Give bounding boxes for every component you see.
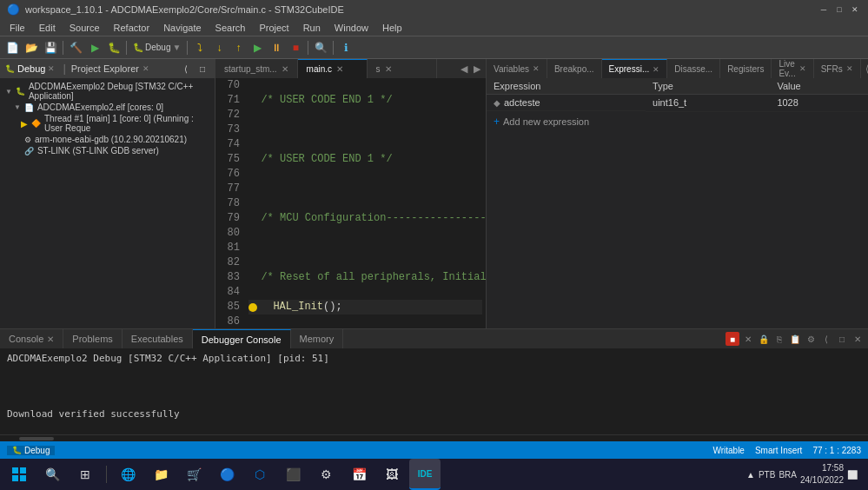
console-scroll-lock[interactable]: 🔒 bbox=[757, 332, 771, 346]
tray-up-arrow[interactable]: ▲ bbox=[746, 470, 755, 480]
tab-executables[interactable]: Executables bbox=[123, 329, 193, 348]
taskbar-photos[interactable]: 🖼 bbox=[376, 459, 407, 490]
toolbar-info[interactable]: ℹ bbox=[337, 39, 354, 56]
taskbar-store[interactable]: 🛒 bbox=[178, 459, 209, 490]
toolbar-step-into[interactable]: ↓ bbox=[210, 39, 228, 56]
tab-memory[interactable]: Memory bbox=[291, 329, 344, 348]
menu-navigate[interactable]: Navigate bbox=[157, 21, 207, 35]
console-stop-btn[interactable]: ■ bbox=[726, 332, 739, 346]
console-copy-btn[interactable]: ⎘ bbox=[772, 332, 786, 346]
menu-source[interactable]: Source bbox=[63, 21, 106, 35]
tab-variables[interactable]: Variables ✕ bbox=[487, 59, 547, 78]
add-expression-button[interactable]: + Add new expression bbox=[487, 112, 868, 131]
status-writable[interactable]: Writable bbox=[712, 446, 745, 455]
bottom-panel-expand[interactable]: □ bbox=[835, 332, 849, 346]
expression-row[interactable]: ◆ adcteste uint16_t 1028 bbox=[487, 95, 868, 112]
taskbar-vscode[interactable]: ⬡ bbox=[244, 459, 275, 490]
debug-tree-item-gdb[interactable]: ▼ ⚙ arm-none-eabi-gdb (10.2.90.20210621) bbox=[3, 134, 211, 145]
tab-main-close[interactable]: ✕ bbox=[336, 64, 343, 74]
tab-disassemble[interactable]: Disasse... bbox=[667, 59, 720, 78]
taskbar-clock[interactable]: 17:58 24/10/2022 bbox=[800, 462, 844, 487]
toolbar-step-return[interactable]: ↑ bbox=[229, 39, 247, 56]
tab-liveexpr[interactable]: Live Ev... ✕ bbox=[772, 59, 813, 78]
debug-tree-item-thread[interactable]: ▶ 🔶 Thread #1 [main] 1 [core: 0] (Runnin… bbox=[3, 113, 211, 134]
toolbar-step-over[interactable]: ⤵ bbox=[191, 39, 209, 56]
menu-search[interactable]: Search bbox=[209, 21, 252, 35]
taskbar-settings[interactable]: ⚙ bbox=[310, 459, 341, 490]
status-smart-insert[interactable]: Smart Insert bbox=[755, 446, 802, 455]
taskbar-view[interactable]: ⊞ bbox=[70, 459, 101, 490]
toolbar-sep-3 bbox=[187, 41, 188, 55]
console-clear-btn[interactable]: ✕ bbox=[741, 332, 755, 346]
menu-run[interactable]: Run bbox=[297, 21, 327, 35]
menu-window[interactable]: Window bbox=[328, 21, 374, 35]
tab-s-close[interactable]: ✕ bbox=[385, 64, 392, 74]
project-explorer-tab-label[interactable]: Project Explorer bbox=[71, 63, 139, 74]
taskbar-explorer[interactable]: 📁 bbox=[145, 459, 176, 490]
sidebar-minimize[interactable]: ⟨ bbox=[179, 62, 193, 76]
debug-tree-item-stlink[interactable]: ▼ 🔗 ST-LINK (ST-LINK GDB server) bbox=[3, 145, 211, 156]
tab-expressions-close[interactable]: ✕ bbox=[653, 65, 659, 74]
toolbar-run[interactable]: ▶ bbox=[86, 39, 103, 56]
menu-project[interactable]: Project bbox=[253, 21, 295, 35]
tab-console-close[interactable]: ✕ bbox=[47, 334, 54, 344]
tray-bra[interactable]: BRA bbox=[779, 470, 797, 480]
minimize-button[interactable]: ─ bbox=[818, 3, 830, 16]
tab-problems[interactable]: Problems bbox=[63, 329, 122, 348]
toolbar-new[interactable]: 📄 bbox=[3, 39, 21, 56]
maximize-button[interactable]: □ bbox=[833, 3, 845, 16]
toolbar-open[interactable]: 📂 bbox=[23, 39, 40, 56]
menu-edit[interactable]: Edit bbox=[33, 21, 62, 35]
toolbar-search[interactable]: 🔍 bbox=[312, 39, 329, 56]
tray-ptb[interactable]: PTB bbox=[759, 470, 775, 480]
status-position[interactable]: 77 : 1 : 2283 bbox=[812, 446, 861, 455]
tab-breakpoints[interactable]: Breakpo... bbox=[547, 59, 602, 78]
tab-liveexpr-close[interactable]: ✕ bbox=[799, 64, 806, 73]
tab-sfrs[interactable]: SFRs ✕ bbox=[814, 59, 861, 78]
editor-tab-s[interactable]: s ✕ bbox=[368, 59, 437, 78]
console-settings[interactable]: ⚙ bbox=[804, 332, 818, 346]
toolbar-debug[interactable]: 🐛 bbox=[105, 39, 123, 56]
toolbar-save[interactable]: 💾 bbox=[42, 39, 59, 56]
status-debug-label[interactable]: 🐛 Debug bbox=[7, 446, 55, 455]
editor-tab-startup[interactable]: startup_stm... ✕ bbox=[215, 59, 298, 78]
toolbar-resume[interactable]: ▶ bbox=[248, 39, 266, 56]
taskbar-ide[interactable]: IDE bbox=[409, 459, 441, 490]
toolbar-suspend[interactable]: ⏸ bbox=[268, 39, 285, 56]
tab-registers[interactable]: Registers bbox=[720, 59, 772, 78]
editor-tab-main[interactable]: main.c ✕ bbox=[298, 59, 368, 78]
tab-sfrs-close[interactable]: ✕ bbox=[846, 64, 853, 73]
code-text[interactable]: /* USER CODE END 1 */ /* USER CODE END 1… bbox=[245, 78, 486, 328]
console-paste-btn[interactable]: 📋 bbox=[788, 332, 802, 346]
taskbar-chrome[interactable]: 🔵 bbox=[211, 459, 242, 490]
right-panel-minimize[interactable]: ⟨ bbox=[865, 63, 868, 75]
debug-tab-label[interactable]: 🐛 Debug ✕ bbox=[5, 63, 55, 74]
bottom-panel-minimize[interactable]: ⟨ bbox=[819, 332, 833, 346]
tab-console[interactable]: Console ✕ bbox=[0, 329, 63, 348]
toolbar-terminate[interactable]: ■ bbox=[287, 39, 304, 56]
tab-expressions[interactable]: Expressi... ✕ bbox=[602, 59, 668, 78]
window-title: workspace_1.10.1 - ADCDMAExemplo2/Core/S… bbox=[25, 4, 344, 15]
menu-help[interactable]: Help bbox=[376, 21, 408, 35]
debug-tree-item-elf[interactable]: ▼ 📄 ADCDMAExemplo2.elf [cores: 0] bbox=[3, 102, 211, 113]
menu-file[interactable]: File bbox=[3, 21, 31, 35]
close-button[interactable]: ✕ bbox=[849, 3, 861, 16]
taskbar-terminal[interactable]: ⬛ bbox=[277, 459, 308, 490]
sidebar-expand[interactable]: □ bbox=[195, 62, 209, 76]
tab-startup-close[interactable]: ✕ bbox=[282, 64, 288, 74]
taskbar-calendar[interactable]: 📅 bbox=[343, 459, 374, 490]
tray-show-desktop[interactable]: ⬜ bbox=[847, 470, 858, 480]
code-editor[interactable]: 70 71 72 73 74 75 76 77 78 79 80 81 82 8… bbox=[215, 78, 486, 328]
toolbar-build[interactable]: 🔨 bbox=[67, 39, 84, 56]
debug-tree-item-root[interactable]: ▼ 🐛 ADCDMAExemplo2 Debug [STM32 C/C++ Ap… bbox=[3, 81, 211, 102]
taskbar-edge[interactable]: 🌐 bbox=[112, 459, 143, 490]
sidebar-header: 🐛 Debug ✕ │ Project Explorer ✕ ⟨ □ bbox=[0, 59, 215, 78]
start-button[interactable] bbox=[3, 459, 35, 490]
menu-refactor[interactable]: Refactor bbox=[108, 21, 156, 35]
bottom-panel-close[interactable]: ✕ bbox=[851, 332, 865, 346]
tab-debugger-console[interactable]: Debugger Console bbox=[193, 329, 291, 348]
editor-tabs-next[interactable]: ▶ bbox=[472, 63, 482, 75]
taskbar-search[interactable]: 🔍 bbox=[36, 459, 68, 490]
tab-variables-close[interactable]: ✕ bbox=[533, 64, 540, 73]
editor-tabs-prev[interactable]: ◀ bbox=[459, 63, 469, 75]
